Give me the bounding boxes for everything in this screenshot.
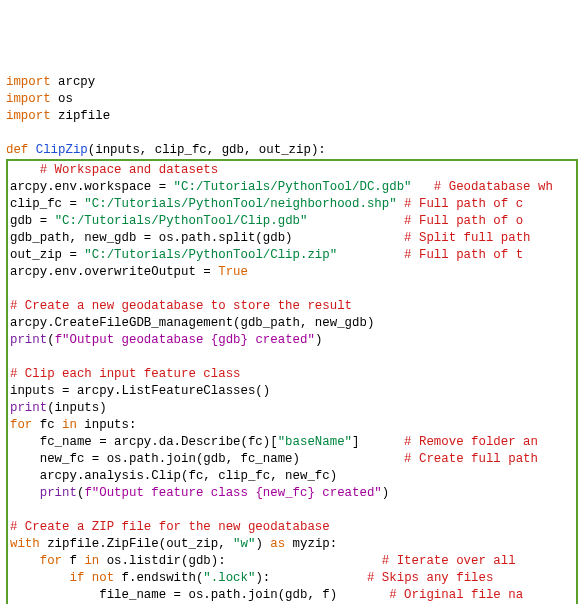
comment: # Geodatabase wh (434, 180, 553, 194)
comment: # Remove folder an (404, 435, 538, 449)
fstring: f"Output feature class {new_fc} created" (84, 486, 381, 500)
kw-not: not (92, 571, 114, 585)
comment: # Workspace and datasets (40, 163, 218, 177)
code-indent (10, 163, 40, 177)
kw-if: if (70, 571, 85, 585)
string: "C:/Tutorials/PythonTool/DC.gdb" (174, 180, 412, 194)
builtin-print: print (10, 333, 47, 347)
pad (412, 180, 434, 194)
comment: # Full path of t (404, 248, 523, 262)
string: "baseName" (278, 435, 352, 449)
comment: # Create a new geodatabase to store the … (10, 299, 352, 313)
code-text: (inputs, clip_fc, gdb, out_zip): (88, 143, 326, 157)
pad (226, 554, 382, 568)
kw-as: as (270, 537, 285, 551)
comment: # Full path of o (404, 214, 523, 228)
comment: # Split full path (404, 231, 530, 245)
code-text: gdb = (10, 214, 55, 228)
builtin-print: print (40, 486, 77, 500)
code-text: zipfile (51, 109, 111, 123)
pad (359, 435, 404, 449)
code-text: myzip: (285, 537, 337, 551)
kw-for: for (10, 418, 32, 432)
pad (270, 571, 367, 585)
comment: # Clip each input feature class (10, 367, 241, 381)
code-text: out_zip = (10, 248, 84, 262)
kw-import: import (6, 92, 51, 106)
builtin-print: print (10, 401, 47, 415)
code-text: ) (315, 333, 322, 347)
string: "C:/Tutorials/PythonTool/Clip.gdb" (55, 214, 308, 228)
code-text: fc_name = arcpy.da.Describe(fc)[ (10, 435, 278, 449)
code-text: inputs = arcpy.ListFeatureClasses() (10, 384, 270, 398)
code-text: arcpy.env.workspace = (10, 180, 174, 194)
code-text: new_fc = os.path.join(gdb, fc_name) (10, 452, 300, 466)
fstring: f"Output geodatabase {gdb} created" (55, 333, 315, 347)
comment: # Create full path (404, 452, 538, 466)
const-true: True (218, 265, 248, 279)
pad (397, 197, 404, 211)
kw-with: with (10, 537, 40, 551)
code-text: file_name = os.path.join(gdb, f) (10, 588, 337, 602)
kw-in: in (84, 554, 99, 568)
kw-def: def (6, 143, 28, 157)
comment: # Original file na (389, 588, 523, 602)
highlighted-block: # Workspace and datasets arcpy.env.works… (6, 159, 578, 604)
code-text: arcpy.env.overwriteOutput = (10, 265, 218, 279)
string: "C:/Tutorials/PythonTool/Clip.zip" (84, 248, 337, 262)
function-name: ClipZip (36, 143, 88, 157)
code-text: ( (47, 333, 54, 347)
code-indent (10, 554, 40, 568)
code-text: f (62, 554, 84, 568)
code-text (84, 571, 91, 585)
kw-import: import (6, 75, 51, 89)
pad (337, 248, 404, 262)
pad (293, 231, 405, 245)
kw-in: in (62, 418, 77, 432)
code-text: arcpy (51, 75, 96, 89)
code-text: fc (32, 418, 62, 432)
comment: # Full path of c (404, 197, 523, 211)
comment: # Iterate over all (382, 554, 516, 568)
kw-for: for (40, 554, 62, 568)
string: ".lock" (203, 571, 255, 585)
code-text: os (51, 92, 73, 106)
pad (307, 214, 404, 228)
code-text (28, 143, 35, 157)
code-text: clip_fc = (10, 197, 84, 211)
string: "C:/Tutorials/PythonTool/neighborhood.sh… (84, 197, 396, 211)
string: "w" (233, 537, 255, 551)
kw-import: import (6, 109, 51, 123)
code-text: inputs: (77, 418, 137, 432)
comment: # Skips any files (367, 571, 493, 585)
code-text: arcpy.analysis.Clip(fc, clip_fc, new_fc) (10, 469, 337, 483)
pad (337, 588, 389, 602)
code-text: gdb_path, new_gdb = os.path.split(gdb) (10, 231, 293, 245)
code-text: (inputs) (47, 401, 107, 415)
code-text: f.endswith( (114, 571, 203, 585)
pad (300, 452, 404, 466)
code-text: ): (255, 571, 270, 585)
code-indent (10, 486, 40, 500)
comment: # Create a ZIP file for the new geodatab… (10, 520, 330, 534)
code-editor[interactable]: import arcpy import os import zipfile de… (6, 74, 578, 604)
code-text: zipfile.ZipFile(out_zip, (40, 537, 233, 551)
code-text: ) (382, 486, 389, 500)
code-text: arcpy.CreateFileGDB_management(gdb_path,… (10, 316, 374, 330)
code-indent (10, 571, 70, 585)
code-text: ) (255, 537, 270, 551)
code-text: os.listdir(gdb): (99, 554, 225, 568)
